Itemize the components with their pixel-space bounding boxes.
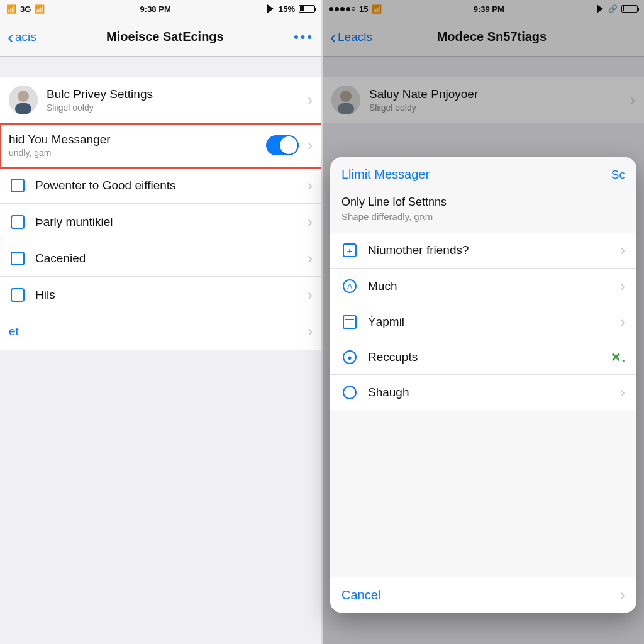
chevron-right-icon: › <box>620 586 625 604</box>
nav-bar: ‹ acis Mioeisce SatEcings ••• <box>0 18 321 57</box>
face-icon <box>343 386 357 399</box>
phone-left: 📶 3G 📶 9:38 PM 15% ‹ acis Mioeisce SatEc… <box>0 0 321 644</box>
row-title: Powenter to Good eiffients <box>35 179 299 192</box>
action-sheet: Llimit Messager Sc Only Line Iof Settnns… <box>330 157 636 613</box>
toggle-switch[interactable] <box>266 135 299 155</box>
chevron-right-icon: › <box>308 91 313 109</box>
chevron-right-icon: › <box>308 286 313 304</box>
chevron-left-icon: ‹ <box>8 28 14 47</box>
sheet-item[interactable]: Shaugh › <box>330 375 636 410</box>
row-messenger-toggle[interactable]: hid You Messanger undly, gam › <box>0 124 321 167</box>
avatar <box>9 86 38 114</box>
plus-icon: + <box>343 243 357 257</box>
item-label: Reccupts <box>368 350 601 364</box>
square-icon <box>11 252 25 265</box>
more-button[interactable]: ••• <box>294 29 314 45</box>
row-title: Cacenied <box>35 252 299 265</box>
square-icon <box>11 288 25 302</box>
row-sub: undly, gam <box>9 148 257 158</box>
list-row[interactable]: Powenter to Good eiffients › <box>0 167 321 204</box>
sheet-item[interactable]: Ýapmil › <box>330 304 636 340</box>
svg-rect-2 <box>15 103 31 114</box>
sheet-title: Llimit Messager <box>341 167 430 182</box>
clock: 9:38 PM <box>140 4 171 14</box>
item-label: Niumother friends? <box>368 243 610 257</box>
list-row[interactable]: Þarly muntikiel › <box>0 204 321 240</box>
sheet-item[interactable]: ● Reccupts ✕. <box>330 340 636 375</box>
profile-sub: Sliigel ooldy <box>47 103 299 113</box>
section-title: Only Line Iof Settnns <box>341 196 625 209</box>
item-label: Ýapmil <box>368 315 610 329</box>
link-label: et <box>9 325 299 338</box>
chevron-right-icon: › <box>620 384 625 401</box>
row-title: Þarly muntikiel <box>35 215 299 229</box>
chevron-right-icon: › <box>620 242 625 259</box>
battery-icon <box>299 5 315 13</box>
square-icon <box>11 215 25 229</box>
chevron-right-icon: › <box>620 277 625 295</box>
sheet-item[interactable]: A Much › <box>330 269 636 304</box>
chevron-right-icon: › <box>308 136 313 154</box>
cancel-button[interactable]: Cancel › <box>330 577 636 613</box>
wifi-icon: 📶 <box>35 4 45 14</box>
row-title: Hils <box>35 288 299 302</box>
item-label: Much <box>368 279 610 293</box>
check-icon: ✕. <box>611 350 625 365</box>
square-icon <box>11 179 25 192</box>
back-label: acis <box>15 30 36 44</box>
chevron-right-icon: › <box>620 313 625 331</box>
mic-icon: ● <box>343 350 357 364</box>
svg-point-1 <box>18 91 29 102</box>
chevron-right-icon: › <box>308 250 313 267</box>
chevron-right-icon: › <box>308 323 313 340</box>
chevron-right-icon: › <box>308 177 313 194</box>
list-row[interactable]: Cacenied › <box>0 240 321 277</box>
sheet-action[interactable]: Sc <box>611 168 625 182</box>
sheet-item[interactable]: + Niumother friends? › <box>330 233 636 269</box>
status-bar: 📶 3G 📶 9:38 PM 15% <box>0 0 321 18</box>
sheet-section-header: Only Line Iof Settnns Shape differadly, … <box>330 192 636 230</box>
settings-list: Bulc Privey Settings Sliigel ooldy › hid… <box>0 77 321 350</box>
profile-title: Bulc Privey Settings <box>47 87 299 101</box>
section-sub: Shape differadly, gʀm <box>341 211 625 223</box>
phone-right: 15 📶 9:39 PM 🔗 ‹ Leacls Modece Sn57tiags <box>321 0 644 644</box>
chevron-right-icon: › <box>308 213 313 231</box>
battery-percent: 15% <box>279 4 295 14</box>
signal-icon: 📶 <box>6 4 16 14</box>
cancel-label: Cancel <box>341 588 380 602</box>
profile-row[interactable]: Bulc Privey Settings Sliigel ooldy › <box>0 77 321 124</box>
list-row[interactable]: Hils › <box>0 277 321 313</box>
row-title: hid You Messanger <box>9 133 257 147</box>
page-title: Mioeisce SatEcings <box>106 30 224 44</box>
a-icon: A <box>343 279 357 293</box>
list-row[interactable]: et › <box>0 313 321 350</box>
calendar-icon <box>343 315 357 329</box>
item-label: Shaugh <box>368 386 610 399</box>
location-icon <box>267 4 274 13</box>
carrier-label: 3G <box>20 4 31 14</box>
back-button[interactable]: ‹ acis <box>8 28 36 47</box>
